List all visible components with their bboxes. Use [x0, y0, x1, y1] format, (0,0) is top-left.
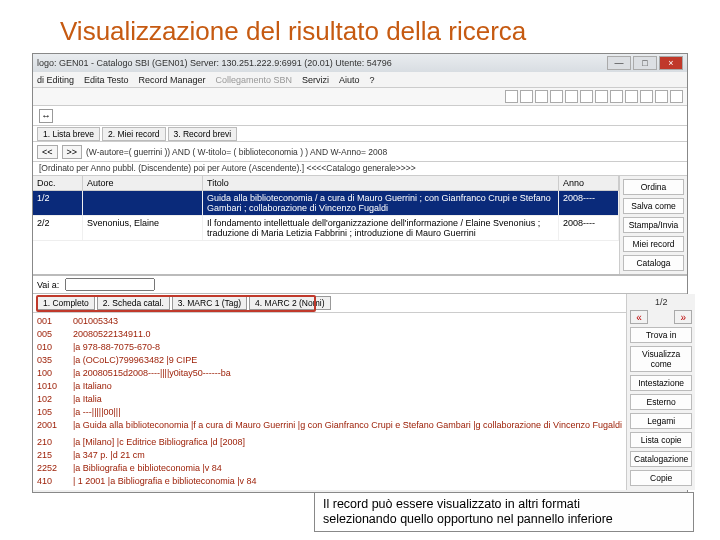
callout-line1: Il record può essere visualizzato in alt… — [323, 497, 580, 511]
marc-tag: 100 — [37, 367, 73, 380]
toolbar-icon[interactable] — [670, 90, 683, 103]
maximize-button[interactable]: □ — [633, 56, 657, 70]
intestazione-button[interactable]: Intestazione — [630, 375, 692, 391]
marc-value: 001005343 — [73, 315, 622, 328]
upper-tabs: 1. Lista breve 2. Miei record 3. Record … — [33, 126, 687, 142]
next-button[interactable]: >> — [62, 145, 83, 159]
vai-a-row: Vai a: — [33, 276, 687, 294]
toolbar-icon[interactable] — [655, 90, 668, 103]
query-row: << >> (W-autore=( guerrini )) AND ( W-ti… — [33, 142, 687, 162]
annotation-callout: Il record può essere visualizzato in alt… — [314, 492, 694, 532]
marc-value: |a [Milano] |c Editrice Bibliografica |d… — [73, 436, 622, 449]
toolbar-icon[interactable] — [535, 90, 548, 103]
close-button[interactable]: × — [659, 56, 683, 70]
trova-in-button[interactable]: Trova in — [630, 327, 692, 343]
menu-editing[interactable]: di Editing — [37, 75, 74, 85]
menu-record-manager[interactable]: Record Manager — [138, 75, 205, 85]
marc-value: 20080522134911.0 — [73, 328, 622, 341]
vai-a-label: Vai a: — [37, 280, 59, 290]
tab-marc2[interactable]: 4. MARC 2 (Nomi) — [249, 296, 330, 310]
stampa-invia-button[interactable]: Stampa/Invia — [623, 217, 684, 233]
callout-line2: selezionando quello opportuno nel pannel… — [323, 512, 613, 526]
ordina-button[interactable]: Ordina — [623, 179, 684, 195]
marc-tag: 410 — [37, 475, 73, 488]
marc-value: |a ---|||||00||| — [73, 406, 622, 419]
record-panel: 1. Completo 2. Scheda catal. 3. MARC 1 (… — [33, 294, 687, 490]
vai-a-input[interactable] — [65, 278, 155, 291]
header-titolo[interactable]: Titolo — [203, 176, 559, 190]
miei-record-button[interactable]: Miei record — [623, 236, 684, 252]
menu-collegamento-sbn[interactable]: Collegamento SBN — [215, 75, 292, 85]
legami-button[interactable]: Legami — [630, 413, 692, 429]
tab-miei-record[interactable]: 2. Miei record — [102, 127, 166, 141]
toolbar-icon[interactable] — [625, 90, 638, 103]
marc-tag: 102 — [37, 393, 73, 406]
app-window: logo: GEN01 - Catalogo SBI (GEN01) Serve… — [32, 53, 688, 493]
record-next-button[interactable]: » — [674, 310, 692, 324]
marc-record: 001001005343 00520080522134911.0 010|a 9… — [33, 313, 626, 490]
toolbar-icon[interactable] — [565, 90, 578, 103]
menu-help[interactable]: ? — [370, 75, 375, 85]
header-autore[interactable]: Autore — [83, 176, 203, 190]
toolbar-icon[interactable] — [520, 90, 533, 103]
table-row[interactable]: 2/2 Svenonius, Elaine Il fondamento inte… — [33, 216, 619, 241]
toolbar-icon[interactable] — [580, 90, 593, 103]
menu-edita-testo[interactable]: Edita Testo — [84, 75, 128, 85]
menubar: di Editing Edita Testo Record Manager Co… — [33, 72, 687, 88]
header-doc[interactable]: Doc. — [33, 176, 83, 190]
menu-servizi[interactable]: Servizi — [302, 75, 329, 85]
tab-completo[interactable]: 1. Completo — [37, 296, 95, 310]
marc-tag: 005 — [37, 328, 73, 341]
toolbar-icon[interactable] — [505, 90, 518, 103]
cell-autore: Svenonius, Elaine — [83, 216, 203, 240]
titlebar: logo: GEN01 - Catalogo SBI (GEN01) Serve… — [33, 54, 687, 72]
record-side-buttons: 1/2 « » Trova in Visualizza come Intesta… — [626, 294, 695, 490]
table-row[interactable]: 1/2 Guida alla biblioteconomia / a cura … — [33, 191, 619, 216]
marc-tag: 2001 — [37, 419, 73, 432]
cataloga-button[interactable]: Cataloga — [623, 255, 684, 271]
collapse-button[interactable]: ↔ — [39, 109, 53, 123]
catalogazione-button[interactable]: Catalogazione — [630, 451, 692, 467]
toolbar-icon[interactable] — [595, 90, 608, 103]
salva-come-button[interactable]: Salva come — [623, 198, 684, 214]
tab-lista-breve[interactable]: 1. Lista breve — [37, 127, 100, 141]
marc-tag: 1010 — [37, 380, 73, 393]
tab-scheda-catal[interactable]: 2. Scheda catal. — [97, 296, 170, 310]
cell-titolo: Guida alla biblioteconomia / a cura di M… — [203, 191, 559, 215]
marc-tag: 105 — [37, 406, 73, 419]
prev-button[interactable]: << — [37, 145, 58, 159]
toolbar-icon[interactable] — [550, 90, 563, 103]
results-area: Doc. Autore Titolo Anno 1/2 Guida alla b… — [33, 176, 687, 276]
marc-value: |a Bibliografia e biblioteconomia |v 84 — [73, 462, 622, 475]
cell-doc: 2/2 — [33, 216, 83, 240]
marc-value: | 1 2001 |a Bibliografia e biblioteconom… — [73, 475, 622, 488]
toolbar-icon[interactable] — [640, 90, 653, 103]
lista-copie-button[interactable]: Lista copie — [630, 432, 692, 448]
menu-aiuto[interactable]: Aiuto — [339, 75, 360, 85]
header-anno[interactable]: Anno — [559, 176, 619, 190]
marc-tag: 2252 — [37, 462, 73, 475]
visualizza-come-button[interactable]: Visualizza come — [630, 346, 692, 372]
toolbar-icon[interactable] — [610, 90, 623, 103]
results-side-buttons: Ordina Salva come Stampa/Invia Miei reco… — [619, 176, 687, 274]
marc-tag: 010 — [37, 341, 73, 354]
tab-marc1[interactable]: 3. MARC 1 (Tag) — [172, 296, 247, 310]
slide-title: Visualizzazione del risultato della rice… — [0, 0, 720, 53]
tab-record-brevi[interactable]: 3. Record brevi — [168, 127, 238, 141]
esterno-button[interactable]: Esterno — [630, 394, 692, 410]
marc-value: |a 978-88-7075-670-8 — [73, 341, 622, 354]
record-tabs: 1. Completo 2. Scheda catal. 3. MARC 1 (… — [33, 294, 626, 313]
record-prev-button[interactable]: « — [630, 310, 648, 324]
results-table: Doc. Autore Titolo Anno 1/2 Guida alla b… — [33, 176, 619, 274]
marc-value: |a 347 p. |d 21 cm — [73, 449, 622, 462]
marc-tag: 215 — [37, 449, 73, 462]
marc-tag: 035 — [37, 354, 73, 367]
query-text: (W-autore=( guerrini )) AND ( W-titolo= … — [86, 147, 387, 157]
toolbar-secondary: ↔ — [33, 106, 687, 126]
copie-button[interactable]: Copie — [630, 470, 692, 486]
marc-value: |a Guida alla biblioteconomia |f a cura … — [73, 419, 622, 432]
cell-anno: 2008---- — [559, 216, 619, 240]
marc-value: |a Italiano — [73, 380, 622, 393]
marc-tag: 210 — [37, 436, 73, 449]
minimize-button[interactable]: — — [607, 56, 631, 70]
